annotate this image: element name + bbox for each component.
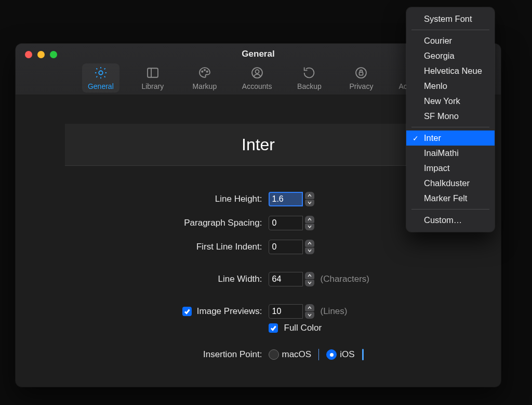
tab-library-label: Library <box>141 82 164 90</box>
first-line-indent-input[interactable] <box>269 240 303 254</box>
svg-point-4 <box>204 70 205 71</box>
menu-separator <box>411 30 489 30</box>
palette-icon <box>197 66 212 80</box>
paragraph-spacing-step-down[interactable] <box>305 224 314 231</box>
first-line-indent-step-up[interactable] <box>305 240 314 247</box>
tab-backup-label: Backup <box>297 82 322 90</box>
line-height-input[interactable] <box>269 192 303 206</box>
tab-general-label: General <box>88 82 114 90</box>
line-height-field[interactable] <box>269 192 314 206</box>
library-icon <box>145 66 160 80</box>
font-menu-item[interactable]: InaiMathi <box>406 146 495 161</box>
line-width-field[interactable] <box>269 272 314 286</box>
insertion-point-label: Insertion Point: <box>203 349 262 360</box>
image-previews-step-down[interactable] <box>305 312 314 319</box>
tab-backup[interactable]: Backup <box>290 63 328 93</box>
image-previews-suffix: (Lines) <box>321 306 348 317</box>
paragraph-spacing-label: Paragraph Spacing: <box>184 218 262 228</box>
svg-point-7 <box>255 70 259 73</box>
font-menu-item[interactable]: SF Mono <box>406 109 495 124</box>
image-previews-input[interactable] <box>269 304 303 319</box>
first-line-indent-step-down[interactable] <box>305 247 314 255</box>
line-height-step-up[interactable] <box>305 192 314 199</box>
svg-point-5 <box>206 71 207 72</box>
font-menu-item[interactable]: Chalkduster <box>406 176 495 191</box>
image-previews-label: Image Previews: <box>197 306 262 317</box>
insertion-divider <box>318 349 319 360</box>
lock-icon <box>354 66 368 80</box>
insertion-point-macos-option[interactable]: macOS <box>269 349 312 360</box>
font-menu-item[interactable]: Helvetica Neue <box>406 63 495 79</box>
line-width-input[interactable] <box>269 272 303 286</box>
font-menu-item[interactable]: Inter <box>406 130 495 146</box>
menu-separator <box>411 127 489 127</box>
backup-icon <box>302 66 316 80</box>
check-icon <box>184 308 190 315</box>
line-height-label: Line Height: <box>215 194 262 204</box>
svg-rect-1 <box>148 68 158 77</box>
font-menu: System FontCourierGeorgiaHelvetica NeueM… <box>406 7 495 232</box>
font-menu-item[interactable]: System Font <box>406 11 495 27</box>
image-previews-step-up[interactable] <box>305 304 314 311</box>
line-width-label: Line Width: <box>218 274 262 284</box>
tab-markup-label: Markup <box>193 82 217 90</box>
first-line-indent-field[interactable] <box>269 240 314 254</box>
svg-point-8 <box>356 68 367 78</box>
font-menu-item[interactable]: Menlo <box>406 79 495 94</box>
insertion-point-ios-label: iOS <box>340 349 354 360</box>
tab-privacy[interactable]: Privacy <box>342 63 380 93</box>
paragraph-spacing-field[interactable] <box>269 216 314 230</box>
tab-privacy-label: Privacy <box>349 82 373 90</box>
font-menu-item[interactable]: Custom… <box>406 213 495 228</box>
tab-markup[interactable]: Markup <box>186 63 223 93</box>
line-width-suffix: (Characters) <box>321 274 369 284</box>
full-color-label: Full Color <box>284 323 322 333</box>
paragraph-spacing-input[interactable] <box>269 216 303 230</box>
check-icon <box>270 325 276 331</box>
svg-rect-9 <box>360 72 363 75</box>
line-height-step-down[interactable] <box>305 200 314 207</box>
font-menu-item[interactable]: Georgia <box>406 48 495 63</box>
first-line-indent-label: First Line Indent: <box>196 242 262 252</box>
line-width-step-down[interactable] <box>305 280 314 287</box>
tab-library[interactable]: Library <box>134 63 171 93</box>
font-menu-item[interactable]: Courier <box>406 33 495 48</box>
tab-accounts[interactable]: Accounts <box>238 63 276 93</box>
radio-off-icon <box>269 349 279 360</box>
image-previews-checkbox[interactable] <box>182 307 192 316</box>
paragraph-spacing-step-up[interactable] <box>305 216 314 223</box>
settings-form: Line Height: Paragraph Spacing: <box>65 192 452 360</box>
ios-caret-icon <box>362 349 364 360</box>
insertion-point-ios-option[interactable]: iOS <box>326 349 354 360</box>
gear-icon <box>94 66 108 80</box>
svg-point-0 <box>99 71 102 74</box>
font-menu-item[interactable]: Impact <box>406 161 495 176</box>
insertion-point-macos-label: macOS <box>282 349 312 360</box>
image-previews-field[interactable] <box>269 304 314 319</box>
tab-accounts-label: Accounts <box>242 82 272 90</box>
font-preview[interactable]: Inter <box>65 124 452 166</box>
font-menu-item[interactable]: Marker Felt <box>406 191 495 206</box>
person-icon <box>250 66 264 80</box>
tab-general[interactable]: General <box>82 63 119 93</box>
line-width-step-up[interactable] <box>305 272 314 279</box>
font-menu-item[interactable]: New York <box>406 94 495 109</box>
full-color-checkbox[interactable] <box>269 323 278 333</box>
svg-point-3 <box>202 71 203 72</box>
radio-on-icon <box>326 349 337 360</box>
menu-separator <box>411 209 489 210</box>
